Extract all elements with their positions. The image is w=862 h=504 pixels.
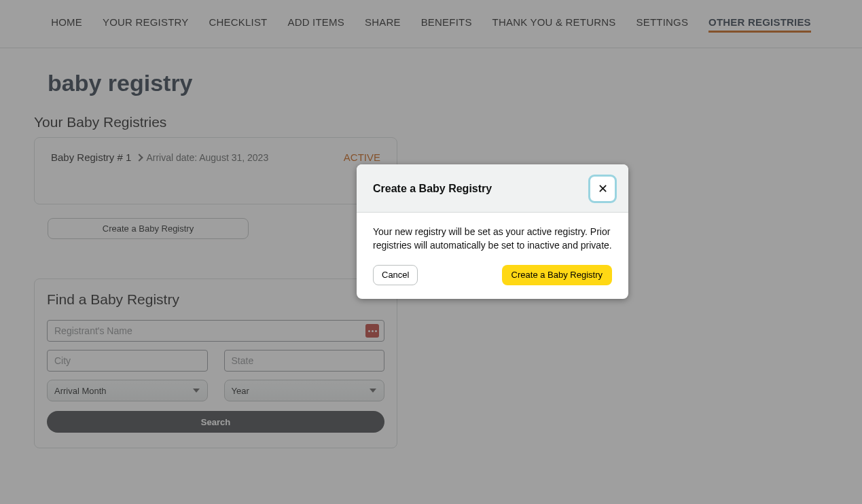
close-icon: ✕ <box>598 183 608 195</box>
close-button[interactable]: ✕ <box>590 177 615 201</box>
cancel-button[interactable]: Cancel <box>373 265 418 285</box>
modal-footer: Cancel Create a Baby Registry <box>357 259 628 299</box>
modal-title: Create a Baby Registry <box>373 183 492 195</box>
modal-header: Create a Baby Registry ✕ <box>357 164 628 213</box>
modal-body-text: Your new registry will be set as your ac… <box>357 213 628 259</box>
create-registry-modal: Create a Baby Registry ✕ Your new regist… <box>357 164 628 299</box>
confirm-create-button[interactable]: Create a Baby Registry <box>502 265 612 285</box>
